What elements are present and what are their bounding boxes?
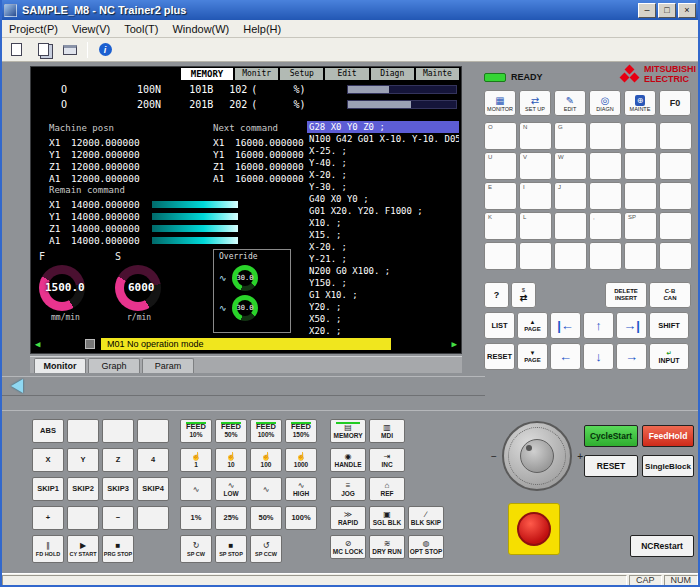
- keypad-key[interactable]: R: [554, 212, 587, 240]
- keypad-key[interactable]: L Q: [519, 212, 552, 240]
- keypad-key[interactable]: J H: [554, 182, 587, 210]
- skip4-key[interactable]: SKIP4: [137, 477, 169, 501]
- spindle-cw-key[interactable]: ↻ SP CW: [180, 535, 212, 563]
- fn-setup-key[interactable]: ⇄ SET UP: [519, 90, 551, 116]
- op-key[interactable]: [67, 506, 99, 530]
- mode-memory-key[interactable]: ▤ MEMORY: [330, 419, 366, 443]
- new-project-button[interactable]: [6, 41, 26, 59]
- feed-override-10-key[interactable]: FEED 10%: [180, 419, 212, 443]
- jog-plus-key[interactable]: +: [32, 506, 64, 530]
- fn-f0-key[interactable]: F0: [659, 90, 691, 116]
- handle-x10-key[interactable]: ☝ 10: [215, 448, 247, 472]
- menu-help[interactable]: Help(H): [236, 21, 288, 37]
- fn-monitor-key[interactable]: ▦ MONITOR: [484, 90, 516, 116]
- feed-override-50-key[interactable]: FEED 50%: [215, 419, 247, 443]
- axis-x-key[interactable]: X: [32, 448, 64, 472]
- page-down-key[interactable]: ▼ PAGE: [517, 343, 548, 370]
- spindle-ccw-key[interactable]: ↺ SP CCW: [250, 535, 282, 563]
- keypad-key[interactable]: V Y: [519, 152, 552, 180]
- list-key[interactable]: LIST: [484, 312, 515, 339]
- menu-project[interactable]: Project(P): [2, 21, 65, 37]
- opt-stop-key[interactable]: ◍ OPT STOP: [408, 535, 444, 559]
- keypad-key[interactable]: W Z: [554, 152, 587, 180]
- keypad-key[interactable]: E F: [484, 182, 517, 210]
- keypad-key[interactable]: 2: [624, 182, 657, 210]
- maximize-button[interactable]: □: [658, 3, 676, 18]
- menu-view[interactable]: View(V): [65, 21, 117, 37]
- emergency-stop-button[interactable]: [517, 512, 551, 546]
- view-tab-graph[interactable]: Graph: [88, 358, 140, 373]
- mode-jog-key[interactable]: ≡ JOG: [330, 477, 366, 501]
- keypad-key[interactable]: , −: [589, 212, 622, 240]
- keypad-key[interactable]: 8: [624, 122, 657, 150]
- screen-tab-setup[interactable]: Setup: [280, 68, 323, 80]
- keypad-key[interactable]: /: [659, 242, 692, 270]
- keypad-key[interactable]: M: [484, 242, 517, 270]
- cycle-start-button[interactable]: CycleStart: [584, 425, 638, 447]
- cycle-start-key[interactable]: ▶ CY START: [67, 535, 99, 563]
- print-button[interactable]: [60, 41, 80, 59]
- op-key[interactable]: [102, 419, 134, 443]
- manual-low-key[interactable]: ∿ LOW: [215, 477, 247, 501]
- about-button[interactable]: i: [95, 41, 115, 59]
- feed-hold-button[interactable]: FeedHold: [642, 425, 694, 447]
- reset-key[interactable]: RESET: [484, 343, 515, 370]
- screen-tab-mainte[interactable]: Mainte: [416, 68, 459, 80]
- help-key[interactable]: ?: [484, 282, 509, 308]
- keypad-key[interactable]: 4: [589, 152, 622, 180]
- single-block-button[interactable]: SingleBlock: [642, 455, 694, 477]
- rapid-override-50-key[interactable]: 50%: [250, 506, 282, 530]
- skip3-key[interactable]: SKIP3: [102, 477, 134, 501]
- input-key[interactable]: ↵ INPUT: [649, 343, 689, 370]
- cursor-right-key[interactable]: →: [616, 343, 647, 370]
- keypad-key[interactable]: 9: [659, 122, 692, 150]
- keypad-key[interactable]: SP 0: [624, 212, 657, 240]
- rapid-override-25-key[interactable]: 25%: [215, 506, 247, 530]
- cursor-left-key[interactable]: ←: [550, 343, 581, 370]
- keypad-key[interactable]: EOB: [589, 242, 622, 270]
- window-change-key[interactable]: $ ⇄: [511, 282, 536, 308]
- close-button[interactable]: ×: [678, 3, 696, 18]
- jog-minus-key[interactable]: −: [102, 506, 134, 530]
- feed-override-100-key[interactable]: FEED 100%: [250, 419, 282, 443]
- keypad-key[interactable]: N B: [519, 122, 552, 150]
- mode-inc-key[interactable]: ⇥ INC: [369, 448, 405, 472]
- fn-edit-key[interactable]: ✎ EDIT: [554, 90, 586, 116]
- minimize-button[interactable]: –: [638, 3, 656, 18]
- axis-y-key[interactable]: Y: [67, 448, 99, 472]
- keypad-key[interactable]: 7: [589, 122, 622, 150]
- mode-ref-key[interactable]: ⌂ REF: [369, 477, 405, 501]
- rapid-override-100-key[interactable]: 100%: [285, 506, 317, 530]
- screen-tab-diagn[interactable]: Diagn: [371, 68, 414, 80]
- mode-mdi-key[interactable]: ▥ MDI: [369, 419, 405, 443]
- view-tab-param[interactable]: Param: [142, 358, 194, 373]
- keypad-key[interactable]: .: [659, 212, 692, 240]
- feed-override-150-key[interactable]: FEED 150%: [285, 419, 317, 443]
- screen-tab-monitr[interactable]: Monitr: [235, 68, 278, 80]
- shift-key[interactable]: SHIFT: [649, 312, 689, 339]
- mode-rapid-key[interactable]: ≫ RAPID: [330, 506, 366, 530]
- handle-x1-key[interactable]: ☝ 1: [180, 448, 212, 472]
- page-up-key[interactable]: ▲ PAGE: [517, 312, 548, 339]
- keypad-key[interactable]: =: [624, 242, 657, 270]
- tab-left-key[interactable]: |←: [550, 312, 581, 339]
- axis-z-key[interactable]: Z: [102, 448, 134, 472]
- keypad-key[interactable]: S: [519, 242, 552, 270]
- manual-slow-key[interactable]: ∿: [180, 477, 212, 501]
- handwheel-dial[interactable]: − +: [502, 421, 572, 491]
- scroll-left-button[interactable]: [4, 378, 30, 394]
- fn-mainte-key[interactable]: ⊕ MAINTE: [624, 90, 656, 116]
- skip2-key[interactable]: SKIP2: [67, 477, 99, 501]
- keypad-key[interactable]: 6: [659, 152, 692, 180]
- reset-button[interactable]: RESET: [584, 455, 638, 477]
- cursor-up-key[interactable]: ↑: [583, 312, 614, 339]
- screen-tab-edit[interactable]: Edit: [325, 68, 368, 80]
- menu-tool[interactable]: Tool(T): [117, 21, 165, 37]
- manual-high-key[interactable]: ∿ HIGH: [285, 477, 317, 501]
- keypad-key[interactable]: O A: [484, 122, 517, 150]
- keypad-key[interactable]: K P: [484, 212, 517, 240]
- keypad-key[interactable]: I D: [519, 182, 552, 210]
- handle-x1000-key[interactable]: ☝ 1000: [285, 448, 317, 472]
- tab-right-key[interactable]: →|: [616, 312, 647, 339]
- keypad-key[interactable]: T: [554, 242, 587, 270]
